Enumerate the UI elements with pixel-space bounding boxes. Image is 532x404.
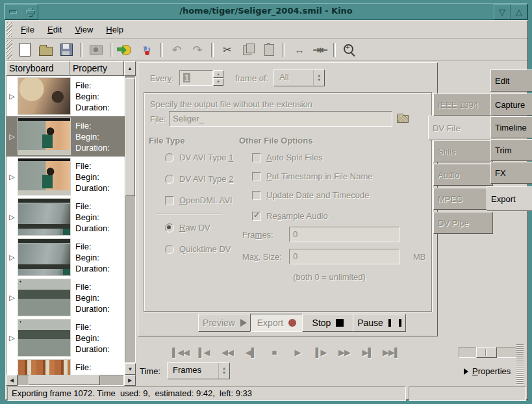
tab-trim[interactable]: Trim: [490, 139, 532, 161]
split-scene-icon[interactable]: ↔: [290, 42, 307, 58]
checkbox-input[interactable]: [252, 191, 261, 200]
vertical-scrollbar-thumb[interactable]: [125, 78, 135, 196]
thumbnail-rain[interactable]: [18, 319, 71, 357]
export-button[interactable]: Export: [250, 314, 303, 332]
preview-button[interactable]: Preview: [198, 314, 251, 332]
play-button[interactable]: ▶: [288, 345, 307, 359]
thumbnail-rain[interactable]: [18, 279, 71, 316]
stop-button[interactable]: Stop: [302, 314, 354, 332]
thumbnail-window[interactable]: [18, 198, 71, 236]
every-spinbox[interactable]: 1 ▲▼: [179, 70, 223, 86]
next-scene-button[interactable]: ▶▌: [359, 345, 377, 359]
expander-icon[interactable]: ▷: [6, 133, 18, 141]
storyboard-row-7[interactable]: ▷File:Begin:Duration:: [6, 318, 125, 358]
redo-icon[interactable]: ↷: [189, 42, 206, 58]
forward-to-end-button[interactable]: ▶▶▌: [382, 345, 400, 359]
scroll-up-button[interactable]: ▲: [124, 61, 136, 76]
magnify-icon[interactable]: [341, 42, 358, 58]
scroll-left-button[interactable]: ◀: [6, 375, 18, 386]
horizontal-scrollbar[interactable]: ◀ ▶: [6, 375, 136, 386]
checkbox-input[interactable]: [252, 172, 261, 181]
tab-capture[interactable]: Capture: [490, 94, 532, 116]
frame-forward-button[interactable]: ▌▶: [312, 345, 330, 359]
expander-icon[interactable]: ▷: [6, 294, 18, 302]
menubar-grip[interactable]: [6, 22, 12, 37]
toolbar-grip[interactable]: [6, 40, 12, 59]
menu-file[interactable]: File: [14, 23, 41, 36]
spin-up-icon[interactable]: ▲: [213, 70, 223, 78]
frame-of-combo[interactable]: All ▲▼: [273, 69, 325, 86]
copy-icon[interactable]: [240, 42, 257, 58]
expander-icon[interactable]: ▷: [6, 92, 18, 101]
checkbox-input[interactable]: [252, 153, 261, 162]
radio-input[interactable]: [165, 175, 174, 184]
new-file-icon[interactable]: [16, 42, 33, 58]
scroll-down-button[interactable]: ▼: [125, 363, 136, 375]
storyboard-row-1[interactable]: ▷File:Begin:Duration:: [6, 76, 125, 116]
thumbnail-window[interactable]: [18, 238, 71, 276]
checkbox-input[interactable]: [252, 212, 261, 221]
rewind-to-start-button[interactable]: ▌◀◀: [171, 345, 190, 359]
spin-down-icon[interactable]: ▼: [213, 78, 223, 86]
frame-capture-icon[interactable]: [88, 42, 105, 58]
previous-scene-button[interactable]: ▌◀: [195, 345, 213, 359]
every-spin-arrows[interactable]: ▲▼: [213, 70, 223, 86]
browse-folder-button[interactable]: [394, 112, 411, 126]
paste-icon[interactable]: [260, 42, 277, 58]
storyboard-row-2[interactable]: ▷File:Begin:Duration:: [6, 116, 125, 157]
shade-button[interactable]: ▽: [494, 4, 511, 19]
seek-slider-thumb[interactable]: [476, 347, 497, 358]
open-file-icon[interactable]: [37, 42, 54, 58]
radio-input[interactable]: [165, 223, 174, 233]
storyboard-column-header[interactable]: Storyboard: [6, 61, 70, 76]
publish-icon[interactable]: [118, 42, 134, 58]
expander-icon[interactable]: ▷: [6, 173, 18, 181]
checkbox-input[interactable]: [165, 196, 174, 205]
cut-icon[interactable]: ✂: [219, 42, 236, 58]
thumbnail-faces[interactable]: [18, 77, 71, 115]
resize-gripper[interactable]: [516, 344, 524, 385]
storyboard-row-4[interactable]: ▷File:Begin:Duration:: [6, 197, 125, 237]
vertical-scrollbar-trough[interactable]: [125, 76, 136, 363]
fast-forward-button[interactable]: ▶▶: [335, 345, 353, 359]
expander-icon[interactable]: ▷: [6, 334, 18, 342]
tab-timeline[interactable]: Timeline: [490, 116, 532, 138]
menu-edit[interactable]: Edit: [41, 23, 68, 36]
rebuild-preview-icon[interactable]: ↻: [138, 42, 155, 58]
frames-input[interactable]: 0: [289, 227, 399, 242]
thumbnail-woman[interactable]: [18, 158, 71, 196]
thumbnail-wood[interactable]: [18, 359, 71, 375]
radio-input[interactable]: [165, 245, 174, 254]
radio-input[interactable]: [165, 153, 174, 162]
undo-icon[interactable]: ↶: [168, 42, 185, 58]
pause-button[interactable]: Pause: [353, 314, 406, 332]
horizontal-scrollbar-trough[interactable]: [18, 375, 124, 386]
every-value[interactable]: 1: [179, 70, 213, 86]
tab-edit[interactable]: Edit: [490, 69, 532, 92]
tab-ieee-1394[interactable]: IEEE 1394: [433, 94, 493, 116]
expander-icon[interactable]: ▷: [6, 253, 18, 262]
horizontal-scrollbar-thumb[interactable]: [29, 375, 100, 385]
vertical-scrollbar[interactable]: ▼: [125, 76, 136, 375]
menu-help[interactable]: Help: [99, 23, 130, 36]
storyboard-row-5[interactable]: ▷File:Begin:Duration:: [6, 237, 125, 277]
tab-audio[interactable]: Audio: [433, 164, 493, 186]
tab-mpeg[interactable]: MPEG: [433, 188, 493, 210]
properties-toggle[interactable]: Properties: [464, 366, 511, 376]
max-size-input[interactable]: 0: [289, 249, 399, 264]
menu-view[interactable]: View: [68, 23, 99, 36]
storyboard-row-6[interactable]: ▷File:Begin:Duration:: [6, 277, 125, 318]
join-scene-icon[interactable]: ⇥⇤: [311, 42, 328, 58]
stop-button[interactable]: ■: [265, 345, 283, 359]
time-format-combo[interactable]: Frames ▲▼: [167, 362, 230, 379]
seek-slider[interactable]: [459, 347, 518, 358]
minimize-button[interactable]: [5, 4, 21, 19]
tab-dv-pipe[interactable]: DV Pipe: [433, 212, 493, 234]
tab-fx[interactable]: FX: [490, 162, 532, 184]
scroll-right-button[interactable]: ▶: [124, 375, 136, 386]
save-file-icon[interactable]: [58, 42, 75, 58]
rewind-button[interactable]: ◀◀: [218, 345, 236, 359]
tab-export[interactable]: Export: [487, 186, 532, 211]
property-column-header[interactable]: Property: [70, 61, 124, 76]
storyboard-row-3[interactable]: ▷File:Begin:Duration:: [6, 157, 125, 197]
